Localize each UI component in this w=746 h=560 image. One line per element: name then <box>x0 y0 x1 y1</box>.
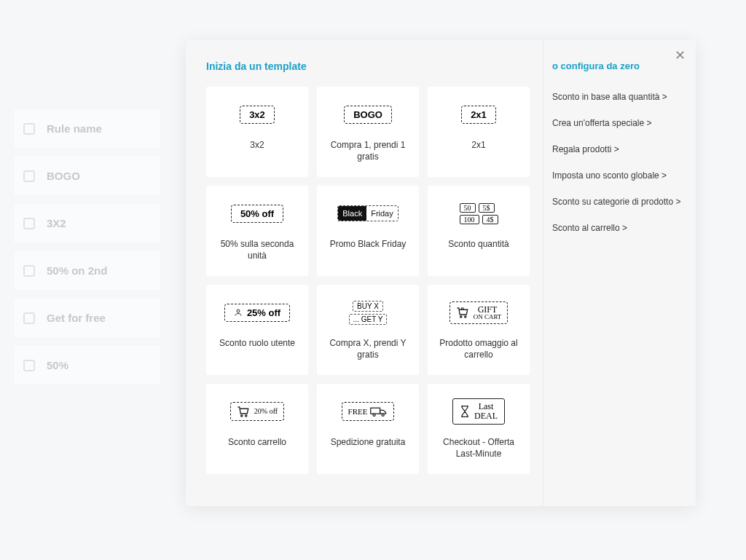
gift-cart-icon: GIFTON CART <box>449 295 509 330</box>
bg-list-item: Rule name <box>15 109 160 148</box>
bg-item-label: 3X2 <box>47 217 66 229</box>
template-card-buyx-gety[interactable]: BUY X ... GET Y Compra X, prendi Y grati… <box>317 285 419 375</box>
free-shipping-icon: FREE <box>342 394 395 429</box>
user-role-icon: 25% off <box>224 295 290 330</box>
cart-discount-icon: 20% off <box>230 394 284 429</box>
svg-point-2 <box>464 316 466 318</box>
badge-icon: BOGO <box>344 97 392 132</box>
template-label: 50% sulla seconda unità <box>213 238 301 261</box>
bg-list-item: Get for free <box>15 299 160 337</box>
template-label: 2x1 <box>471 139 485 151</box>
template-card-last-deal[interactable]: LastDEAL Checkout - Offerta Last-Minute <box>428 384 530 474</box>
template-label: Spedizione gratuita <box>331 436 406 448</box>
template-label: Sconto quantità <box>448 238 509 250</box>
bg-list-item: 50% on 2nd <box>15 251 160 290</box>
buyx-gety-icon: BUY X ... GET Y <box>349 295 388 330</box>
sidebar-configure-from-scratch: o configura da zero Sconto in base alla … <box>543 40 696 506</box>
checkbox <box>23 218 35 229</box>
template-label: Prodotto omaggio al carrello <box>435 337 522 360</box>
quantity-table-icon: 505$ 1004$ <box>460 196 498 231</box>
side-link-category-discount[interactable]: Sconto su categorie di prodotto > <box>552 197 683 207</box>
template-card-2x1[interactable]: 2x1 2x1 <box>428 87 530 177</box>
side-link-quantity[interactable]: Sconto in base alla quantità > <box>552 92 683 102</box>
template-card-user-role[interactable]: 25% off Sconto ruolo utente <box>206 285 308 375</box>
bg-list-item: 50% <box>15 346 160 384</box>
bg-item-label: Rule name <box>47 122 102 135</box>
template-card-cart-discount[interactable]: 20% off Sconto carrello <box>206 384 308 474</box>
template-card-free-shipping[interactable]: FREE Spedizione gratuita <box>317 384 419 474</box>
template-card-quantity[interactable]: 505$ 1004$ Sconto quantità <box>428 186 530 276</box>
template-card-black-friday[interactable]: Black Friday Promo Black Friday <box>317 186 419 276</box>
side-heading: o configura da zero <box>552 60 683 71</box>
side-link-gift-products[interactable]: Regala prodotti > <box>552 144 683 154</box>
bg-item-label: 50% on 2nd <box>47 264 107 277</box>
template-label: Sconto carrello <box>228 436 286 448</box>
black-friday-icon: Black Friday <box>337 196 398 231</box>
badge-icon: 50% off <box>231 196 283 231</box>
bg-item-label: BOGO <box>47 170 80 182</box>
template-label: 3x2 <box>250 139 264 151</box>
svg-point-4 <box>245 415 246 417</box>
template-label: Compra X, prendi Y gratis <box>324 337 412 360</box>
svg-point-0 <box>237 309 240 312</box>
template-label: Promo Black Friday <box>330 238 407 250</box>
template-card-bogo[interactable]: BOGO Compra 1, prendi 1 gratis <box>317 87 419 177</box>
svg-point-6 <box>373 414 375 416</box>
template-label: Checkout - Offerta Last-Minute <box>435 436 522 460</box>
template-card-gift-cart[interactable]: GIFTON CART Prodotto omaggio al carrello <box>428 285 530 375</box>
svg-point-7 <box>382 414 384 416</box>
template-label: Compra 1, prendi 1 gratis <box>324 139 412 162</box>
main-heading: Inizia da un template <box>206 60 530 72</box>
template-grid: 3x2 3x2 BOGO Compra 1, prendi 1 gratis 2… <box>206 87 530 474</box>
badge-icon: 3x2 <box>240 97 275 132</box>
checkbox <box>23 312 35 324</box>
checkbox <box>23 123 35 135</box>
template-card-50-second[interactable]: 50% off 50% sulla seconda unità <box>206 186 308 276</box>
checkbox <box>23 170 35 182</box>
template-picker-modal: ✕ Inizia da un template 3x2 3x2 BOGO Com… <box>186 40 696 506</box>
bg-list-item: BOGO <box>15 157 160 195</box>
side-link-cart-discount[interactable]: Sconto al carrello > <box>552 223 683 233</box>
svg-point-3 <box>240 415 242 417</box>
side-link-special-offer[interactable]: Crea un'offerta speciale > <box>552 118 683 128</box>
badge-icon: 2x1 <box>461 97 496 132</box>
svg-rect-5 <box>371 408 380 414</box>
last-deal-icon: LastDEAL <box>452 394 505 429</box>
checkbox <box>23 265 35 277</box>
template-main-panel: Inizia da un template 3x2 3x2 BOGO Compr… <box>186 40 543 506</box>
template-card-3x2[interactable]: 3x2 3x2 <box>206 87 308 177</box>
template-label: Sconto ruolo utente <box>219 337 295 349</box>
bg-list-item: 3X2 <box>15 204 160 242</box>
side-link-global-discount[interactable]: Imposta uno sconto globale > <box>552 170 683 181</box>
background-rule-list: Rule name BOGO 3X2 50% on 2nd Get for fr… <box>15 109 160 393</box>
checkbox <box>23 360 35 371</box>
close-icon[interactable]: ✕ <box>671 47 688 65</box>
bg-item-label: 50% <box>47 359 68 371</box>
svg-point-1 <box>460 316 461 318</box>
bg-item-label: Get for free <box>47 312 106 324</box>
